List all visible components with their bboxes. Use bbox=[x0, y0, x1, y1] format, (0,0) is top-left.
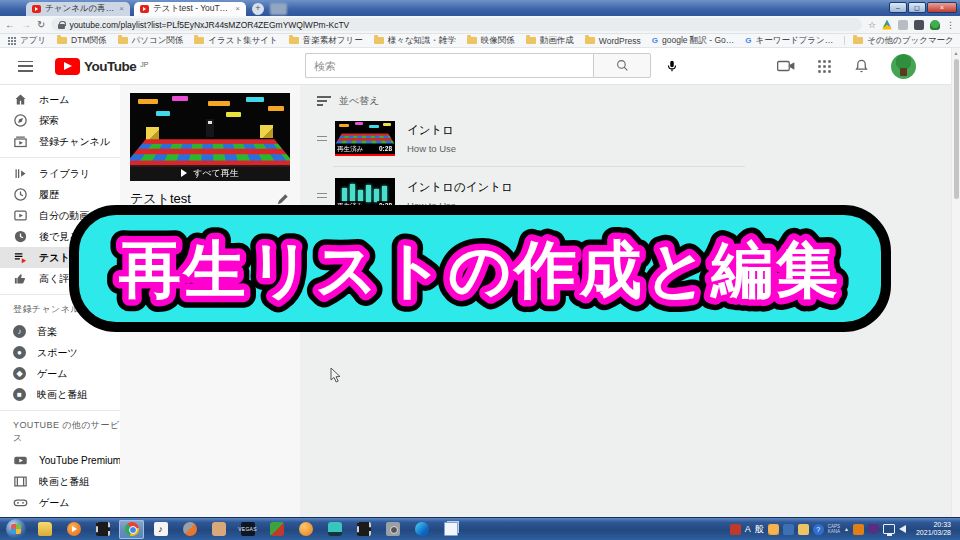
tab-close-icon[interactable]: × bbox=[235, 5, 240, 13]
play-all-bar[interactable]: すべて再生 bbox=[130, 165, 290, 181]
bookmark-folder[interactable]: パソコン関係 bbox=[118, 35, 184, 47]
video-channel[interactable]: How to Use bbox=[407, 200, 513, 211]
search-input[interactable] bbox=[305, 53, 593, 78]
start-button[interactable] bbox=[6, 519, 26, 539]
sidebar-item-home[interactable]: ホーム bbox=[0, 89, 120, 110]
video-thumbnail[interactable]: 再生済み 0:28 bbox=[335, 178, 395, 213]
tree-extension-icon[interactable] bbox=[930, 20, 940, 30]
bookmark-folder[interactable]: 動画作成 bbox=[526, 35, 574, 47]
minimize-button[interactable]: – bbox=[889, 2, 907, 13]
taskbar-camera-app[interactable] bbox=[380, 520, 405, 539]
extension-icon[interactable] bbox=[914, 20, 924, 30]
taskbar-clock[interactable]: 20:33 2021/03/28 bbox=[910, 521, 955, 538]
video-title[interactable]: イントロ bbox=[407, 123, 456, 138]
bookmark-keyword-planner[interactable]: Gキーワードプラン… bbox=[745, 35, 833, 47]
sidebar-channel-sports[interactable]: ● スポーツ bbox=[0, 342, 120, 363]
address-bar[interactable]: youtube.com/playlist?list=PLf5EyNxJR44sM… bbox=[51, 18, 862, 31]
taskbar-video-app[interactable] bbox=[90, 520, 115, 539]
sidebar-channel-gaming[interactable]: ◆ ゲーム bbox=[0, 363, 120, 384]
bookmark-folder[interactable]: WordPress bbox=[585, 36, 641, 46]
bookmark-folder[interactable]: 様々な知識・雑学 bbox=[374, 35, 456, 47]
tray-folder-icon[interactable] bbox=[798, 524, 809, 535]
bookmark-folder[interactable]: イラスト集サイト bbox=[194, 35, 277, 47]
account-avatar[interactable] bbox=[891, 54, 916, 79]
hamburger-menu-icon[interactable] bbox=[18, 61, 33, 72]
video-row[interactable]: 再生済み 0:28 イントロ How to Use bbox=[317, 121, 960, 156]
tray-app-icon[interactable] bbox=[853, 524, 864, 535]
sort-button[interactable]: 並べ替え bbox=[317, 92, 960, 110]
sidebar-item-history[interactable]: 履歴 bbox=[0, 184, 120, 205]
page-scrollbar[interactable]: ▲ bbox=[951, 48, 960, 517]
taskbar-app[interactable] bbox=[264, 520, 289, 539]
taskbar-media-player[interactable] bbox=[61, 520, 86, 539]
maximize-button[interactable]: ◻ bbox=[908, 2, 926, 13]
notifications-bell-icon[interactable] bbox=[854, 58, 869, 74]
tray-antivirus-icon[interactable] bbox=[868, 524, 879, 535]
browser-tab-playlist-test[interactable]: テストtest - YouTube × bbox=[134, 2, 246, 16]
search-button[interactable] bbox=[593, 53, 651, 78]
network-icon[interactable] bbox=[883, 524, 895, 534]
taskbar-vegas[interactable]: VEGAS bbox=[235, 520, 260, 539]
bookmark-apps[interactable]: アプリ bbox=[8, 35, 46, 47]
forward-icon[interactable]: → bbox=[21, 17, 31, 33]
tray-help-icon[interactable]: ? bbox=[813, 524, 824, 535]
chrome-menu-icon[interactable]: ⋮ bbox=[946, 20, 955, 30]
tray-app-icon[interactable] bbox=[768, 524, 779, 535]
taskbar-documents[interactable] bbox=[438, 520, 463, 539]
taskbar-explorer[interactable] bbox=[32, 520, 57, 539]
close-button[interactable]: × bbox=[927, 2, 957, 13]
extension-icon[interactable] bbox=[898, 20, 908, 30]
video-thumbnail[interactable]: 再生済み 0:28 bbox=[335, 121, 395, 156]
video-channel[interactable]: How to Use bbox=[407, 143, 456, 154]
apps-grid-icon[interactable] bbox=[817, 59, 832, 74]
mic-icon[interactable] bbox=[665, 59, 679, 73]
create-video-icon[interactable] bbox=[777, 59, 795, 73]
sidebar-item-gaming[interactable]: ゲーム bbox=[0, 492, 120, 513]
youtube-logo[interactable]: YouTube JP bbox=[55, 58, 148, 75]
sidebar-item-watch-later[interactable]: 後で見る bbox=[0, 226, 120, 247]
reload-icon[interactable]: ↻ bbox=[37, 17, 45, 33]
sidebar-item-playlist-test[interactable]: テストtest bbox=[0, 247, 120, 268]
edit-pencil-icon[interactable] bbox=[276, 192, 290, 206]
taskbar-app[interactable] bbox=[177, 520, 202, 539]
ime-kana-mode[interactable]: 般 bbox=[755, 524, 764, 535]
browser-tab-channel-playlists[interactable]: チャンネルの再生リスト - YouT × bbox=[26, 2, 130, 16]
sidebar-item-library[interactable]: ライブラリ bbox=[0, 163, 120, 184]
sidebar-item-premium[interactable]: YouTube Premium bbox=[0, 450, 120, 471]
volume-icon[interactable] bbox=[899, 525, 906, 533]
taskbar-video-app[interactable] bbox=[351, 520, 376, 539]
back-icon[interactable]: ← bbox=[5, 17, 15, 33]
sidebar-item-movies[interactable]: 映画と番組 bbox=[0, 471, 120, 492]
sidebar-item-explore[interactable]: 探索 bbox=[0, 110, 120, 131]
bookmark-google-translate[interactable]: Ggoogle 翻訳 - Go… bbox=[652, 35, 735, 47]
bookmark-star-icon[interactable]: ☆ bbox=[868, 20, 876, 30]
sidebar-item-subscriptions[interactable]: 登録チャンネル bbox=[0, 131, 120, 152]
tab-close-icon[interactable]: × bbox=[119, 5, 124, 13]
taskbar-music-app[interactable]: ♪ bbox=[148, 520, 173, 539]
bookmark-folder[interactable]: 音楽素材フリー bbox=[289, 35, 363, 47]
video-title[interactable]: イントロのイントロ bbox=[407, 180, 513, 195]
taskbar-miku-app[interactable] bbox=[322, 520, 347, 539]
sidebar-item-your-videos[interactable]: 自分の動画 bbox=[0, 205, 120, 226]
taskbar-app[interactable] bbox=[206, 520, 231, 539]
tray-app-icon[interactable] bbox=[783, 524, 794, 535]
drag-handle[interactable] bbox=[317, 136, 333, 142]
hidden-icons-arrow[interactable]: ▲ bbox=[844, 526, 849, 532]
drive-extension-icon[interactable] bbox=[882, 20, 892, 30]
sidebar-channel-music[interactable]: ♪ 音楽 bbox=[0, 321, 120, 342]
bookmark-folder[interactable]: 映像関係 bbox=[467, 35, 515, 47]
ime-mode[interactable]: A bbox=[745, 524, 751, 535]
scrollbar-thumb[interactable] bbox=[954, 59, 959, 199]
taskbar-chrome[interactable] bbox=[119, 520, 144, 539]
other-bookmarks[interactable]: その他のブックマーク bbox=[853, 35, 954, 47]
playlist-thumbnail[interactable]: すべて再生 bbox=[130, 93, 290, 181]
sidebar-item-liked-videos[interactable]: 高く評価した動画 bbox=[0, 268, 120, 289]
tray-app-icon[interactable] bbox=[730, 524, 741, 535]
video-row[interactable]: 再生済み 0:28 イントロのイントロ How to Use bbox=[317, 178, 960, 213]
sidebar-channel-movies[interactable]: ■ 映画と番組 bbox=[0, 384, 120, 405]
taskbar-app[interactable] bbox=[293, 520, 318, 539]
taskbar-edge[interactable] bbox=[409, 520, 434, 539]
bookmark-folder[interactable]: DTM関係 bbox=[57, 35, 106, 47]
new-tab-button[interactable]: + bbox=[252, 3, 264, 15]
drag-handle[interactable] bbox=[317, 193, 333, 199]
